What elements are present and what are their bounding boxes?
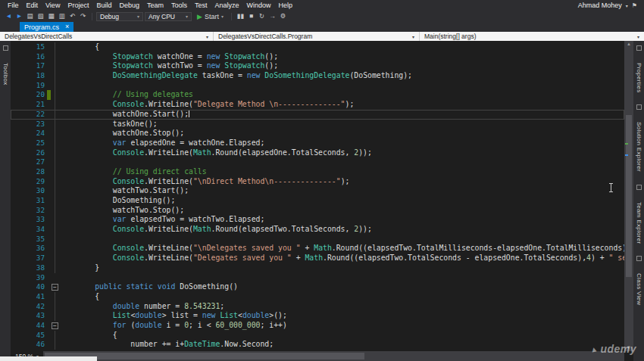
project-dropdown[interactable]: DelegatesVsDirectCalls ▾ — [0, 32, 214, 41]
undo-icon[interactable]: ↶ — [67, 11, 77, 21]
code-line[interactable]: 37 Console.WriteLine("Delegates saved yo… — [11, 254, 624, 263]
breakpoint-margin[interactable] — [11, 157, 30, 167]
breakpoint-margin[interactable] — [11, 42, 30, 52]
code-line[interactable]: 36 Console.WriteLine("\nDelegates saved … — [11, 244, 624, 254]
code-line[interactable]: 25 var elapsedOne = watchOne.Elapsed; — [11, 138, 624, 148]
fold-margin[interactable] — [51, 331, 59, 341]
breakpoint-margin[interactable] — [11, 302, 30, 312]
save-all-icon[interactable]: ▥ — [57, 11, 67, 21]
fold-margin[interactable] — [51, 177, 59, 187]
menu-item-window[interactable]: Window — [243, 1, 275, 10]
menu-item-project[interactable]: Project — [64, 1, 92, 10]
menu-item-test[interactable]: Test — [191, 1, 211, 10]
fold-margin[interactable] — [51, 235, 59, 244]
breakpoint-margin[interactable] — [11, 196, 30, 206]
menu-item-analyze[interactable]: Analyze — [211, 1, 243, 10]
fold-margin[interactable] — [51, 225, 59, 235]
breakpoint-margin[interactable] — [11, 215, 30, 225]
code-line[interactable]: 22 watchOne.Start(); — [11, 110, 624, 120]
signed-in-user[interactable]: Ahmad Mohey — [578, 2, 622, 9]
solution-configuration-dropdown[interactable]: Debug ▾ — [96, 12, 143, 21]
fold-margin[interactable] — [51, 206, 59, 216]
fold-margin[interactable] — [51, 100, 59, 110]
breakpoint-margin[interactable] — [11, 254, 30, 263]
code-line[interactable]: 44− for (double i = 0; i < 60_000_000; i… — [11, 321, 624, 331]
fold-margin[interactable] — [51, 138, 59, 148]
breakpoint-margin[interactable] — [11, 321, 30, 331]
step-over-icon[interactable]: → — [267, 11, 277, 21]
fold-margin[interactable] — [51, 148, 59, 158]
side-tab-team-explorer[interactable]: Team Explorer — [636, 202, 642, 244]
breakpoint-margin[interactable] — [11, 90, 30, 100]
breakpoint-margin[interactable] — [11, 81, 30, 91]
nav-backward-icon[interactable]: ◄ — [4, 11, 14, 21]
breakpoint-margin[interactable] — [11, 244, 30, 254]
code-line[interactable]: 24 watchOne.Stop(); — [11, 129, 624, 138]
code-line[interactable]: 43 List<double> list = new List<double>(… — [11, 311, 624, 321]
side-tab-properties[interactable]: Properties — [636, 63, 642, 92]
code-line[interactable]: 33 var elapsedTwo = watchTwo.Elapsed; — [11, 215, 624, 225]
breakpoint-margin[interactable] — [11, 331, 30, 341]
menu-item-file[interactable]: File — [4, 1, 23, 10]
menu-item-help[interactable]: Help — [275, 1, 297, 10]
menu-item-debug[interactable]: Debug — [115, 1, 143, 10]
code-line[interactable]: 21 Console.WriteLine("Delegate Method \n… — [11, 100, 624, 110]
breakpoint-margin[interactable] — [11, 110, 30, 120]
fold-margin[interactable] — [51, 311, 59, 321]
fold-margin[interactable] — [51, 110, 59, 120]
code-line[interactable]: 17 Stopwatch watchTwo = new Stopwatch(); — [11, 61, 624, 71]
breakpoint-margin[interactable] — [11, 177, 30, 187]
menu-item-tools[interactable]: Tools — [167, 1, 191, 10]
solution-platform-dropdown[interactable]: Any CPU ▾ — [145, 12, 192, 21]
code-line[interactable]: 40− public static void DoSomething() — [11, 282, 624, 292]
fold-margin[interactable] — [51, 340, 59, 350]
code-line[interactable]: 26 Console.WriteLine(Math.Round(elapsedO… — [11, 148, 624, 158]
fold-margin[interactable] — [51, 81, 59, 91]
breakpoint-margin[interactable] — [11, 340, 30, 350]
code-line[interactable]: 27 — [11, 157, 624, 167]
code-line[interactable]: 16 Stopwatch watchOne = new Stopwatch(); — [11, 52, 624, 62]
fold-margin[interactable] — [51, 52, 59, 62]
member-dropdown[interactable]: Main(string[] args) ▾ — [420, 32, 644, 41]
code-line[interactable]: 39 — [11, 273, 624, 283]
code-line[interactable]: 42 double number = 8.543231; — [11, 302, 624, 312]
side-tab-solution-explorer[interactable]: Solution Explorer — [636, 122, 642, 172]
breakpoint-margin[interactable] — [11, 292, 30, 302]
fold-margin[interactable] — [51, 186, 59, 196]
code-line[interactable]: 31 DoSomething(); — [11, 196, 624, 206]
menu-item-build[interactable]: Build — [92, 1, 115, 10]
nav-forward-icon[interactable]: ► — [14, 11, 24, 21]
code-line[interactable]: 18 DoSomethingDelegate taskOne = new DoS… — [11, 71, 624, 81]
fold-margin[interactable] — [51, 263, 59, 273]
fold-margin[interactable] — [51, 90, 59, 100]
fold-margin[interactable] — [51, 254, 59, 263]
fold-margin[interactable]: − — [51, 282, 59, 292]
restart-icon[interactable]: ↻ — [257, 11, 267, 21]
breakpoint-margin[interactable] — [11, 138, 30, 148]
scrollbar-thumb[interactable] — [626, 115, 632, 276]
side-tab-toolbox[interactable]: Toolbox — [2, 63, 9, 86]
fold-margin[interactable] — [51, 120, 59, 129]
breakpoint-margin[interactable] — [11, 120, 30, 129]
options-gear-icon[interactable]: ⚙ — [278, 11, 288, 21]
fold-margin[interactable]: − — [51, 321, 59, 331]
horizontal-scrollbar[interactable] — [43, 351, 624, 361]
menu-item-edit[interactable]: Edit — [23, 1, 42, 10]
fold-margin[interactable] — [51, 244, 59, 254]
breakpoint-margin[interactable] — [11, 71, 30, 81]
breakpoint-margin[interactable] — [11, 225, 30, 235]
redo-icon[interactable]: ↷ — [78, 11, 88, 21]
fold-margin[interactable] — [51, 167, 59, 177]
type-dropdown[interactable]: DelegatesVsDirectCalls.Program ▾ — [214, 32, 420, 41]
code-line[interactable]: 45 { — [11, 331, 624, 341]
code-line[interactable]: 35 — [11, 235, 624, 244]
close-icon[interactable]: × — [65, 23, 69, 30]
code-line[interactable]: 32 watchTwo.Stop(); — [11, 206, 624, 216]
stop-debug-icon[interactable]: ■ — [246, 11, 256, 21]
breakpoint-margin[interactable] — [11, 273, 30, 283]
breakpoint-margin[interactable] — [11, 167, 30, 177]
collapse-toggle-icon[interactable]: − — [52, 322, 58, 329]
start-debug-button[interactable]: ▶ Start ▾ — [193, 11, 227, 21]
breakpoint-margin[interactable] — [11, 186, 30, 196]
save-icon[interactable]: ▦ — [46, 11, 56, 21]
